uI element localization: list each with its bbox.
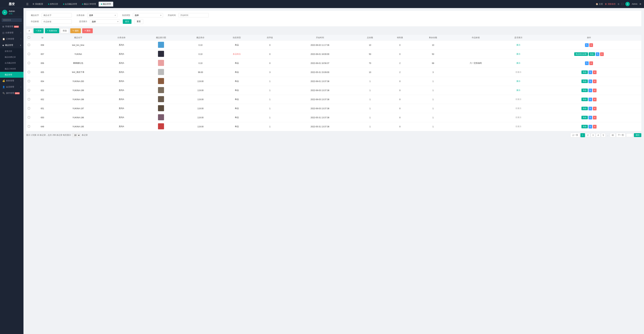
tab-system-config[interactable]: ⚙ 系统配置 xyxy=(30,2,46,6)
row-checkbox[interactable] xyxy=(28,98,30,100)
batch-add-button[interactable]: + 批量添加 xyxy=(45,28,59,33)
clear-save-btn[interactable]: 🗑 清除保存 xyxy=(605,3,616,6)
add-button[interactable]: + 添加 xyxy=(34,28,44,33)
hamburger-icon[interactable]: ☰ xyxy=(26,2,28,6)
row-checkbox[interactable] xyxy=(28,62,30,64)
edit-icon-btn[interactable]: ✎ xyxy=(596,52,600,56)
row-checkbox[interactable] xyxy=(28,107,30,110)
delete-icon-btn[interactable]: ✕ xyxy=(593,125,596,128)
sidebar-item-member[interactable]: 👤 会员管理 › xyxy=(0,84,24,90)
delete-icon-btn[interactable]: ✕ xyxy=(589,62,593,65)
sidebar-item-goods-order[interactable]: 藏品订单管理 xyxy=(0,66,24,72)
sidebar-item-finance[interactable]: 💰 财务管理 › xyxy=(0,78,24,84)
selected-btn[interactable]: 筛选 xyxy=(582,98,588,101)
refresh-icon[interactable]: ⊙ xyxy=(618,3,619,5)
show-select[interactable]: 选择 展示 非展示 xyxy=(90,20,120,24)
combo-set-btn[interactable]: 商品组合设置 xyxy=(574,52,588,56)
auction-type-select[interactable]: 选择 单品 多品组合 xyxy=(133,13,163,18)
work-tag-input[interactable] xyxy=(42,20,72,24)
edit-icon-btn[interactable]: ✎ xyxy=(588,125,592,128)
jump-input[interactable] xyxy=(626,133,633,137)
selected-btn[interactable]: 筛选 xyxy=(582,88,588,92)
delete-icon-btn[interactable]: ✕ xyxy=(593,107,596,110)
row-checkbox[interactable] xyxy=(28,53,30,55)
edit-icon-btn[interactable]: ✎ xyxy=(588,80,592,83)
delete-button[interactable]: ✕ 删除 xyxy=(82,28,93,33)
sidebar-item-goods[interactable]: ◈ 藏品管理 ∨ xyxy=(0,42,24,48)
cell-sold: 2 xyxy=(385,59,415,68)
sidebar-item-publish-label: 发售日历 xyxy=(5,50,12,52)
cell-total: 1 xyxy=(355,122,385,131)
page-btn-last[interactable]: 30 xyxy=(610,133,616,137)
edit-icon-btn[interactable]: ✎ xyxy=(588,116,592,120)
page-size-select[interactable]: 10 20 50 xyxy=(72,133,80,137)
delete-icon-btn[interactable]: ✕ xyxy=(593,88,596,92)
delete-icon-btn[interactable]: ✕ xyxy=(593,80,596,83)
page-btn-4[interactable]: 4 xyxy=(596,133,600,137)
sidebar-item-goods-mgmt[interactable]: 藏品管理 xyxy=(0,72,24,78)
cell-id: 657 xyxy=(32,50,53,59)
page-btn-2[interactable]: 2 xyxy=(586,133,590,137)
cell-show: 展示 xyxy=(500,40,537,50)
topnav-username: Admin xyxy=(632,3,638,5)
sidebar-item-publish[interactable]: 发售日历 xyxy=(0,48,24,54)
edit-icon-btn[interactable]: ✎ xyxy=(588,107,592,110)
settings-icon[interactable]: ⚙ xyxy=(640,3,641,5)
cell-show: 展示 xyxy=(500,59,537,68)
delete-icon-btn[interactable]: ✕ xyxy=(589,43,593,47)
edit-icon-btn[interactable]: ✎ xyxy=(588,70,592,74)
selected-btn[interactable]: 筛选 xyxy=(582,80,588,83)
cell-auction-type: 单品 xyxy=(219,95,255,104)
page-btn-1[interactable]: 1 xyxy=(580,133,585,137)
sidebar-item-marketing[interactable]: 🔌 插件管理 NEW xyxy=(0,90,24,96)
delete-icon-btn[interactable]: ✕ xyxy=(593,116,596,120)
prev-page-btn[interactable]: 上一页 xyxy=(570,133,580,138)
tab-publish[interactable]: 发售日历 xyxy=(46,2,60,6)
refresh-button[interactable]: ↺ xyxy=(26,29,32,33)
sidebar-item-goods-record[interactable]: 藏品转赠记录 xyxy=(0,54,24,60)
select-all-checkbox[interactable] xyxy=(28,36,30,38)
tab-goods-mgmt[interactable]: 藏品管理 xyxy=(98,2,113,6)
tab-goods-order[interactable]: 藏品订单管理 xyxy=(80,2,98,6)
delete-icon-btn[interactable]: ✕ xyxy=(593,98,596,101)
edit-icon-btn[interactable]: ✎ xyxy=(585,62,589,65)
jump-button[interactable]: 跳转 xyxy=(634,133,641,137)
sidebar-item-order[interactable]: 📋 订单管理 › xyxy=(0,36,24,42)
row-checkbox-cell xyxy=(26,40,32,50)
sidebar-search-input[interactable] xyxy=(2,18,22,22)
start-time-input[interactable] xyxy=(178,13,209,18)
page-btn-5[interactable]: 5 xyxy=(601,133,606,137)
reset-button[interactable]: 重置 xyxy=(134,19,143,24)
selected-btn[interactable]: 筛选 xyxy=(582,125,588,128)
selected-btn[interactable]: 筛选 xyxy=(582,70,588,74)
edit-icon-btn[interactable]: ✎ xyxy=(588,98,592,101)
sidebar-item-category[interactable]: ◫ 分类管理 › xyxy=(0,30,24,36)
delete-icon-btn[interactable]: ✕ xyxy=(600,52,604,56)
row-checkbox[interactable] xyxy=(28,89,30,91)
row-checkbox[interactable] xyxy=(28,71,30,73)
edit-icon-btn[interactable]: ✎ xyxy=(588,88,592,92)
category-select[interactable]: 选择 系列A xyxy=(87,13,118,18)
delete-icon-btn[interactable]: ✕ xyxy=(593,70,596,74)
home-link[interactable]: 🏠 主页 xyxy=(596,3,603,6)
edit-icon-btn[interactable]: ✎ xyxy=(585,43,589,47)
row-checkbox[interactable] xyxy=(28,80,30,82)
row-checkbox[interactable] xyxy=(28,125,30,128)
sidebar-item-normal[interactable]: ⊞ 常规管理 NEW xyxy=(0,24,24,30)
tab-member-goods[interactable]: 会员藏品管理 xyxy=(61,2,79,6)
page-btn-3[interactable]: 3 xyxy=(591,133,595,137)
cell-category: 系列A xyxy=(103,86,140,95)
fullscreen-icon[interactable]: ⛶ xyxy=(621,3,623,5)
edit-button[interactable]: ✎ 编辑 xyxy=(70,28,81,33)
filter-button[interactable]: 筛选 xyxy=(60,28,69,33)
selected-btn[interactable]: 筛选 xyxy=(582,107,588,110)
next-page-btn[interactable]: 下一页 xyxy=(616,133,626,138)
sidebar-item-member-goods[interactable]: 会员藏品管理 xyxy=(0,60,24,66)
row-checkbox[interactable] xyxy=(28,116,30,118)
goods-name-input[interactable] xyxy=(42,13,72,18)
selected-btn[interactable]: 筛选 xyxy=(582,116,588,119)
th-tag: 作品标签 xyxy=(451,35,500,40)
submit-button[interactable]: 提交 xyxy=(123,19,132,24)
selected-btn[interactable]: 筛选 xyxy=(589,52,595,56)
row-checkbox[interactable] xyxy=(28,44,30,46)
